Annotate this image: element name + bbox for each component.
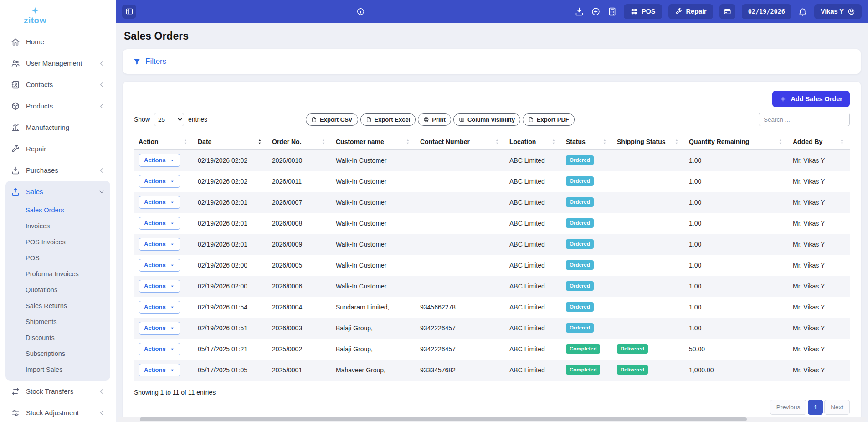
- cell-contact-number: [416, 234, 505, 255]
- sort-icon[interactable]: [777, 139, 784, 145]
- sidebar-item-sales[interactable]: Sales: [5, 181, 110, 202]
- horizontal-scrollbar[interactable]: [118, 417, 867, 422]
- caret-down-icon: [169, 304, 175, 310]
- row-actions-button[interactable]: Actions: [139, 322, 180, 335]
- sidebar-subitem-quotations[interactable]: Quotations: [5, 282, 110, 298]
- page-size-select[interactable]: 25: [154, 113, 184, 126]
- column-header-contact-number[interactable]: Contact Number: [416, 134, 505, 150]
- sort-icon[interactable]: [320, 139, 327, 145]
- cell-added-by: Mr. Vikas Y: [788, 339, 850, 360]
- column-header-quantity-remaining[interactable]: Quantity Remaining: [684, 134, 788, 150]
- download-icon[interactable]: [575, 6, 585, 16]
- column-header-date[interactable]: Date: [193, 134, 267, 150]
- chevron-left-icon: [98, 388, 105, 395]
- sidebar-subitem-pos-invoices[interactable]: POS Invoices: [5, 234, 110, 250]
- sales-orders-card: Add Sales Order Show 25 entries Export C…: [123, 82, 861, 422]
- column-header-order-no[interactable]: Order No.: [267, 134, 331, 150]
- sort-icon[interactable]: [182, 139, 189, 145]
- next-page-button[interactable]: Next: [824, 400, 850, 415]
- sidebar-item-products[interactable]: Products: [5, 95, 110, 117]
- sidebar-subitem-invoices[interactable]: Invoices: [5, 218, 110, 234]
- sort-icon[interactable]: [839, 139, 845, 145]
- sidebar-subitem-shipments[interactable]: Shipments: [5, 314, 110, 330]
- row-actions-button[interactable]: Actions: [139, 259, 180, 272]
- brand-logo[interactable]: zitow: [15, 6, 56, 26]
- row-actions-button[interactable]: Actions: [139, 196, 180, 209]
- cell-quantity-remaining: 1.00: [684, 192, 788, 213]
- column-header-location[interactable]: Location: [505, 134, 561, 150]
- bell-icon[interactable]: [798, 6, 808, 16]
- sidebar-subitem-sales-returns[interactable]: Sales Returns: [5, 298, 110, 314]
- export-excel-button[interactable]: Export Excel: [360, 113, 416, 126]
- page-number-button[interactable]: 1: [808, 400, 823, 415]
- add-sales-order-button[interactable]: Add Sales Order: [772, 91, 850, 107]
- cell-action: Actions: [134, 150, 193, 171]
- sidebar-subitem-sales-orders[interactable]: Sales Orders: [5, 202, 110, 218]
- cell-date: 05/17/2025 01:05: [193, 360, 267, 381]
- column-visibility-button[interactable]: Column visibility: [453, 113, 520, 126]
- sort-icon[interactable]: [405, 139, 411, 145]
- cell-order-no: 2026/0009: [267, 234, 331, 255]
- brand-spark-icon: [31, 6, 39, 15]
- sidebar-subitem-subscriptions[interactable]: Subscriptions: [5, 346, 110, 362]
- sidebar-item-repair[interactable]: Repair: [5, 138, 110, 160]
- sidebar-item-home[interactable]: Home: [5, 31, 110, 52]
- sidebar-subitem-pos[interactable]: POS: [5, 250, 110, 266]
- cell-location: ABC Limited: [505, 150, 561, 171]
- sidebar-item-purchases[interactable]: Purchases: [5, 160, 110, 181]
- previous-page-button[interactable]: Previous: [770, 400, 807, 415]
- filters-panel[interactable]: Filters: [123, 49, 861, 74]
- cell-quantity-remaining: 1.00: [684, 171, 788, 192]
- date-button[interactable]: 02/19/2026: [742, 4, 791, 19]
- row-actions-button[interactable]: Actions: [139, 238, 180, 251]
- sidebar-subitem-proforma-invoices[interactable]: Proforma Invoices: [5, 266, 110, 282]
- column-header-status[interactable]: Status: [561, 134, 612, 150]
- card-button[interactable]: [719, 4, 735, 19]
- sidebar-item-manufacturing[interactable]: Manufacturing: [5, 117, 110, 138]
- row-actions-button[interactable]: Actions: [139, 301, 180, 314]
- repair-button[interactable]: Repair: [668, 4, 713, 19]
- sort-icon[interactable]: [601, 139, 608, 145]
- plus-circle-icon[interactable]: [591, 6, 601, 16]
- pos-button[interactable]: POS: [624, 4, 662, 19]
- sidebar-item-stock-transfers[interactable]: Stock Transfers: [5, 381, 110, 402]
- cell-location: ABC Limited: [505, 234, 561, 255]
- sort-icon[interactable]: [494, 139, 500, 145]
- info-icon[interactable]: [356, 0, 365, 23]
- sort-icon[interactable]: [257, 139, 263, 145]
- caret-down-icon: [169, 325, 175, 331]
- sidebar-toggle-button[interactable]: [122, 5, 136, 19]
- cell-date: 02/19/2026 02:01: [193, 234, 267, 255]
- sidebar-item-user-management[interactable]: User Management: [5, 52, 110, 74]
- scrollbar-thumb[interactable]: [140, 417, 747, 421]
- print-button[interactable]: Print: [418, 113, 451, 126]
- sidebar-item-stock-adjustment[interactable]: Stock Adjustment: [5, 402, 110, 422]
- column-header-customer-name[interactable]: Customer name: [331, 134, 416, 150]
- user-menu-button[interactable]: Vikas Y: [814, 4, 862, 19]
- sort-icon[interactable]: [550, 139, 557, 145]
- chevron-left-icon: [98, 410, 105, 416]
- row-actions-button[interactable]: Actions: [139, 217, 180, 230]
- row-actions-button[interactable]: Actions: [139, 175, 180, 188]
- row-actions-button[interactable]: Actions: [139, 343, 180, 355]
- sidebar-subitem-import-sales[interactable]: Import Sales: [5, 362, 110, 378]
- export-pdf-button[interactable]: Export PDF: [523, 113, 575, 126]
- status-badge: Ordered: [566, 176, 594, 186]
- cell-quantity-remaining: 1.00: [684, 276, 788, 297]
- row-actions-button[interactable]: Actions: [139, 364, 180, 376]
- cell-order-no: 2026/0008: [267, 213, 331, 234]
- sidebar-item-contacts[interactable]: Contacts: [5, 74, 110, 95]
- column-header-action[interactable]: Action: [134, 134, 193, 150]
- status-badge: Completed: [566, 365, 600, 375]
- row-actions-button[interactable]: Actions: [139, 154, 180, 167]
- search-input[interactable]: [759, 113, 850, 126]
- column-header-shipping-status[interactable]: Shipping Status: [612, 134, 684, 150]
- sidebar-subitem-discounts[interactable]: Discounts: [5, 330, 110, 346]
- page-content: Sales Orders Filters Add Sales Order Sho…: [116, 23, 868, 422]
- export-csv-button[interactable]: Export CSV: [306, 113, 358, 126]
- sort-icon[interactable]: [673, 139, 680, 145]
- calculator-icon[interactable]: [607, 6, 617, 16]
- users-icon: [11, 59, 20, 68]
- column-header-added-by[interactable]: Added By: [788, 134, 850, 150]
- row-actions-button[interactable]: Actions: [139, 280, 180, 293]
